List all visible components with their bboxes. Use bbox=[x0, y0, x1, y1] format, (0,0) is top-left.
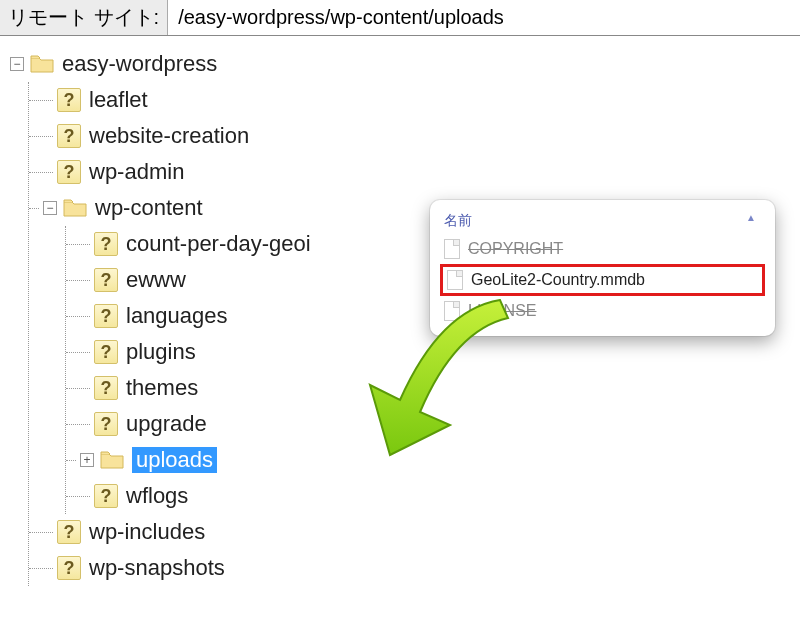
folder-label: plugins bbox=[126, 339, 196, 365]
folder-label: upgrade bbox=[126, 411, 207, 437]
folder-label-selected: uploads bbox=[132, 447, 217, 473]
unknown-icon: ? bbox=[94, 376, 118, 400]
remote-path-input[interactable] bbox=[168, 0, 800, 35]
folder-label: leaflet bbox=[89, 87, 148, 113]
file-row-highlight[interactable]: GeoLite2-Country.mmdb bbox=[440, 264, 765, 296]
unknown-icon: ? bbox=[57, 556, 81, 580]
unknown-icon: ? bbox=[94, 340, 118, 364]
collapse-toggle[interactable]: − bbox=[43, 201, 57, 215]
file-icon bbox=[444, 301, 460, 321]
folder-icon bbox=[30, 54, 54, 74]
folder-icon bbox=[63, 198, 87, 218]
folder-label: wp-includes bbox=[89, 519, 205, 545]
folder-label: wp-admin bbox=[89, 159, 184, 185]
folder-label: ewww bbox=[126, 267, 186, 293]
sort-indicator-icon: ▲ bbox=[741, 212, 761, 230]
file-row[interactable]: LICENSE bbox=[430, 298, 775, 324]
file-list-popup: 名前 ▲ COPYRIGHT GeoLite2-Country.mmdb LIC… bbox=[430, 200, 775, 336]
tree-row[interactable]: ?wp-admin bbox=[29, 154, 800, 190]
address-bar: リモート サイト: bbox=[0, 0, 800, 36]
file-icon bbox=[444, 239, 460, 259]
folder-label: themes bbox=[126, 375, 198, 401]
unknown-icon: ? bbox=[94, 412, 118, 436]
file-icon bbox=[447, 270, 463, 290]
folder-label: wflogs bbox=[126, 483, 188, 509]
folder-label: easy-wordpress bbox=[62, 51, 217, 77]
tree-row[interactable]: ?leaflet bbox=[29, 82, 800, 118]
unknown-icon: ? bbox=[57, 520, 81, 544]
address-label: リモート サイト: bbox=[0, 0, 168, 35]
file-name: COPYRIGHT bbox=[468, 240, 563, 258]
tree-row[interactable]: ?upgrade bbox=[66, 406, 800, 442]
folder-label: wp-snapshots bbox=[89, 555, 225, 581]
tree-row[interactable]: ?wp-snapshots bbox=[29, 550, 800, 586]
tree-row[interactable]: ?themes bbox=[66, 370, 800, 406]
collapse-toggle[interactable]: − bbox=[10, 57, 24, 71]
column-name: 名前 bbox=[444, 212, 741, 230]
folder-label: website-creation bbox=[89, 123, 249, 149]
tree-row[interactable]: ?plugins bbox=[66, 334, 800, 370]
unknown-icon: ? bbox=[57, 160, 81, 184]
unknown-icon: ? bbox=[57, 88, 81, 112]
file-row[interactable]: COPYRIGHT bbox=[430, 236, 775, 262]
unknown-icon: ? bbox=[94, 232, 118, 256]
unknown-icon: ? bbox=[94, 304, 118, 328]
file-name: GeoLite2-Country.mmdb bbox=[471, 271, 645, 289]
unknown-icon: ? bbox=[94, 484, 118, 508]
unknown-icon: ? bbox=[94, 268, 118, 292]
expand-toggle[interactable]: + bbox=[80, 453, 94, 467]
tree-row[interactable]: ?wp-includes bbox=[29, 514, 800, 550]
folder-icon bbox=[100, 450, 124, 470]
tree-row[interactable]: + uploads bbox=[66, 442, 800, 478]
tree-row[interactable]: ?wflogs bbox=[66, 478, 800, 514]
file-list-header[interactable]: 名前 ▲ bbox=[430, 208, 775, 236]
unknown-icon: ? bbox=[57, 124, 81, 148]
file-name: LICENSE bbox=[468, 302, 536, 320]
tree-row[interactable]: ?website-creation bbox=[29, 118, 800, 154]
tree-row[interactable]: − easy-wordpress bbox=[10, 46, 800, 82]
folder-label: wp-content bbox=[95, 195, 203, 221]
folder-label: count-per-day-geoi bbox=[126, 231, 311, 257]
folder-label: languages bbox=[126, 303, 228, 329]
